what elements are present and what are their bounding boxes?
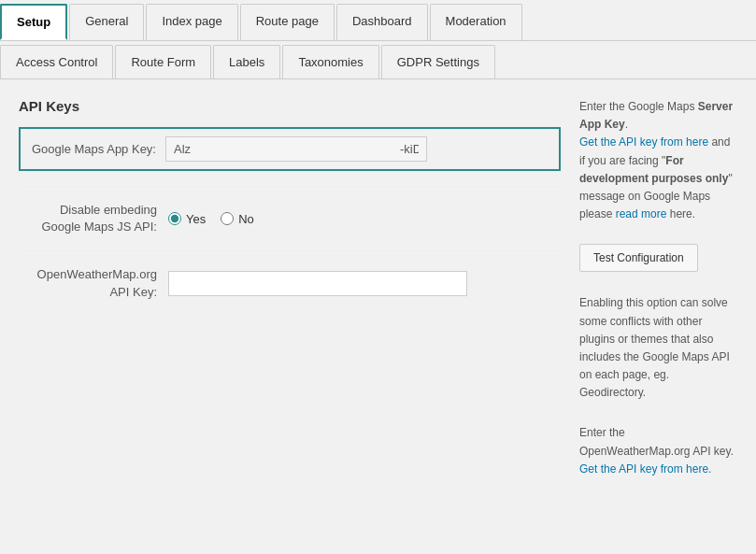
tab-taxonomies[interactable]: Taxonomies (282, 45, 378, 78)
help-disable-embed: Enabling this option can solve some conf… (579, 294, 737, 402)
tab-labels[interactable]: Labels (213, 45, 280, 78)
google-maps-key-label: Google Maps App Key: (32, 142, 156, 156)
disable-embed-row: Disable embedingGoogle Maps JS API: Yes … (19, 202, 561, 235)
tab-gdpr-settings[interactable]: GDPR Settings (381, 45, 495, 78)
tab-setup[interactable]: Setup (0, 4, 67, 40)
help-link-read-more[interactable]: read more (616, 207, 667, 220)
tab-general[interactable]: General (69, 4, 144, 40)
help-google-maps: Enter the Google Maps Server App Key. Ge… (579, 98, 737, 272)
tab-access-control[interactable]: Access Control (0, 45, 113, 78)
tab-row-2: Access Control Route Form Labels Taxonom… (0, 41, 756, 79)
tab-row-1: Setup General Index page Route page Dash… (0, 0, 756, 41)
help-area: Enter the Google Maps Server App Key. Ge… (561, 98, 737, 497)
help-gmap-text1: Enter the Google Maps Server App Key. (579, 100, 733, 131)
radio-no-label: No (238, 212, 254, 226)
radio-no-input[interactable] (221, 212, 234, 225)
help-link-openweather[interactable]: Get the API key from here. (579, 462, 711, 476)
tab-index-page[interactable]: Index page (146, 4, 237, 40)
openweather-key-input[interactable] (168, 271, 467, 296)
radio-yes-option[interactable]: Yes (168, 212, 206, 226)
divider-1 (19, 186, 561, 187)
openweather-label: OpenWeatherMap.orgAPI Key: (19, 266, 168, 300)
radio-yes-label: Yes (186, 212, 206, 226)
test-config-button[interactable]: Test Configuration (579, 244, 698, 272)
tab-dashboard[interactable]: Dashboard (336, 4, 428, 40)
main-content: API Keys Google Maps App Key: Disable em… (0, 79, 756, 516)
tab-moderation[interactable]: Moderation (430, 4, 522, 40)
google-maps-key-input[interactable] (165, 136, 427, 162)
help-disable-embed-text: Enabling this option can solve some conf… (579, 296, 730, 399)
tab-route-form[interactable]: Route Form (115, 45, 211, 78)
api-keys-title: API Keys (19, 98, 561, 114)
tab-route-page[interactable]: Route page (240, 4, 335, 40)
google-maps-key-box: Google Maps App Key: (19, 127, 561, 171)
radio-no-option[interactable]: No (221, 212, 254, 226)
divider-2 (19, 250, 561, 251)
help-link-get-api[interactable]: Get the API key from here (579, 135, 708, 149)
help-openweather-text: Enter the OpenWeatherMap.org API key. (579, 426, 734, 457)
radio-yes-input[interactable] (168, 212, 181, 225)
help-openweather: Enter the OpenWeatherMap.org API key. Ge… (579, 424, 737, 478)
fields-area: API Keys Google Maps App Key: Disable em… (19, 98, 561, 497)
openweather-row: OpenWeatherMap.orgAPI Key: (19, 266, 561, 300)
disable-embed-label: Disable embedingGoogle Maps JS API: (19, 202, 168, 235)
disable-embed-radio-group: Yes No (168, 212, 254, 226)
help-gmap-text3: here. (670, 207, 695, 220)
